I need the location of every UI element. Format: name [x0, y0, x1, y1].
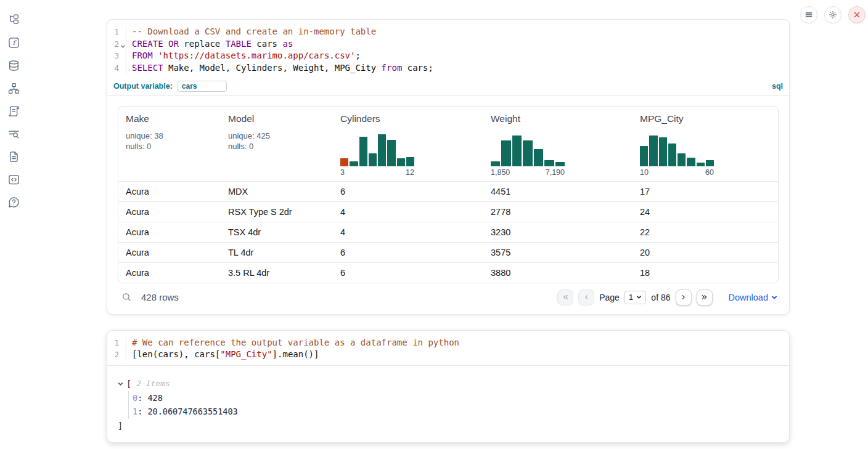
histogram-bar[interactable]: [512, 136, 522, 166]
svg-text:f: f: [12, 39, 17, 46]
column-header[interactable]: Weight1,8507,190: [483, 107, 633, 181]
histogram-bar[interactable]: [649, 136, 657, 166]
dependency-graph-icon[interactable]: [7, 82, 20, 94]
first-page-button[interactable]: [557, 289, 573, 305]
table-cell: 17: [633, 187, 778, 196]
sql-meta-row: Output variable: sql: [107, 79, 789, 96]
last-page-button[interactable]: [697, 289, 713, 305]
table-cell: Acura: [118, 248, 221, 257]
table-cell: 6: [333, 187, 483, 196]
histogram-max-label: 7,190: [546, 168, 565, 177]
code-line[interactable]: FROM 'https://datasets.marimo.app/cars.c…: [132, 50, 433, 62]
histogram-bar[interactable]: [340, 158, 348, 166]
python-code-editor[interactable]: 12# We can reference the output variable…: [107, 331, 789, 366]
histogram-min-label: 1,850: [491, 168, 510, 177]
snippets-code-icon[interactable]: [7, 173, 20, 185]
column-label: Make: [126, 113, 213, 124]
help-question-bubble-icon[interactable]: [7, 196, 20, 208]
page-select[interactable]: 1: [624, 291, 647, 304]
language-badge: sql: [772, 82, 783, 91]
histogram-bar[interactable]: [534, 149, 543, 166]
download-button[interactable]: Download: [729, 293, 778, 302]
table-cell: 4: [333, 227, 483, 237]
histogram-bar[interactable]: [350, 161, 358, 166]
histogram-bar[interactable]: [668, 144, 676, 166]
document-icon[interactable]: [7, 150, 20, 163]
menu-button[interactable]: [800, 6, 817, 23]
chevrons-left-icon: [562, 293, 570, 301]
histogram-bar[interactable]: [491, 161, 500, 166]
histogram-bar[interactable]: [501, 140, 510, 166]
histogram-bar[interactable]: [387, 140, 395, 166]
output-variable-input[interactable]: [178, 81, 227, 92]
column-header[interactable]: Makeunique: 38nulls: 0: [118, 107, 221, 181]
histogram-bar[interactable]: [659, 137, 667, 166]
histogram-bar[interactable]: [397, 158, 405, 166]
scratchpad-scroll-icon[interactable]: [7, 105, 20, 117]
histogram-bar[interactable]: [544, 160, 554, 166]
prev-page-button[interactable]: [578, 289, 594, 305]
code-line[interactable]: -- Download a CSV and create an in-memor…: [132, 26, 433, 38]
tree-entry: 1: 20.060747663551403: [133, 405, 779, 419]
fold-chevron-icon[interactable]: [120, 41, 126, 47]
table-cell: Acura: [118, 187, 221, 196]
settings-button[interactable]: [824, 6, 841, 23]
data-table: Makeunique: 38nulls: 0Modelunique: 425nu…: [118, 106, 779, 283]
chevron-down-icon: [771, 294, 777, 301]
sql-code-editor[interactable]: 1234-- Download a CSV and create an in-m…: [107, 20, 789, 79]
histogram-bar[interactable]: [640, 146, 648, 166]
histogram-bar[interactable]: [378, 134, 386, 166]
file-tree-icon[interactable]: [7, 14, 20, 26]
function-icon[interactable]: f: [7, 36, 20, 49]
column-label: Weight: [491, 113, 625, 124]
code-line[interactable]: # We can reference the output variable a…: [132, 337, 459, 349]
table-cell: 20: [633, 248, 778, 257]
histogram-bar[interactable]: [523, 140, 532, 166]
table-row: AcuraMDX6445117: [118, 181, 778, 201]
page-of-label: of 86: [651, 293, 670, 302]
histogram-max-label: 12: [406, 168, 414, 177]
column-label: Model: [228, 113, 326, 124]
histogram-bar[interactable]: [359, 137, 367, 166]
close-button[interactable]: [848, 6, 866, 23]
table-cell: 3.5 RL 4dr: [221, 268, 333, 278]
row-count: 428 rows: [141, 292, 179, 302]
histogram-bar[interactable]: [555, 162, 565, 166]
next-page-button[interactable]: [676, 289, 692, 305]
line-number: 3: [107, 50, 126, 62]
column-header[interactable]: MPG_City1060: [633, 107, 778, 181]
code-line[interactable]: [len(cars), cars["MPG_City"].mean()]: [132, 349, 459, 361]
table-cell: Acura: [118, 207, 221, 217]
page-select-value: 1: [629, 293, 634, 302]
histogram-bar[interactable]: [687, 158, 695, 166]
column-header[interactable]: Cylinders312: [333, 107, 483, 181]
notebook-main: 1234-- Download a CSV and create an in-m…: [107, 19, 790, 443]
logs-search-icon[interactable]: [7, 127, 20, 140]
histogram-bar[interactable]: [697, 163, 705, 166]
line-number: 2: [107, 38, 126, 51]
gear-icon: [829, 10, 837, 19]
column-histogram: 1060: [640, 129, 714, 177]
column-header[interactable]: Modelunique: 425nulls: 0: [221, 107, 333, 181]
line-number: 1: [107, 337, 126, 349]
tree-root-row: [ 2 Items: [118, 377, 779, 391]
code-line[interactable]: CREATE OR replace TABLE cars as: [132, 38, 433, 51]
hamburger-menu-icon: [805, 10, 813, 19]
table-cell: 3880: [483, 268, 633, 278]
column-summary: unique: 425nulls: 0: [228, 131, 326, 152]
python-cell: 12# We can reference the output variable…: [107, 330, 790, 443]
histogram-bar[interactable]: [369, 153, 377, 166]
table-cell: Acura: [118, 227, 221, 237]
sql-output-region: Makeunique: 38nulls: 0Modelunique: 425nu…: [107, 96, 789, 314]
column-label: Cylinders: [340, 113, 476, 124]
collapse-chevron-icon[interactable]: [118, 381, 126, 387]
histogram-bar[interactable]: [706, 160, 714, 166]
histogram-bar[interactable]: [406, 157, 414, 166]
column-label: MPG_City: [640, 113, 771, 124]
code-line[interactable]: SELECT Make, Model, Cylinders, Weight, M…: [132, 62, 433, 75]
search-icon[interactable]: [121, 292, 132, 302]
database-icon[interactable]: [7, 59, 20, 71]
tree-children: 0: 4281: 20.060747663551403: [128, 391, 779, 419]
histogram-min-label: 3: [340, 168, 345, 177]
histogram-bar[interactable]: [678, 153, 686, 166]
